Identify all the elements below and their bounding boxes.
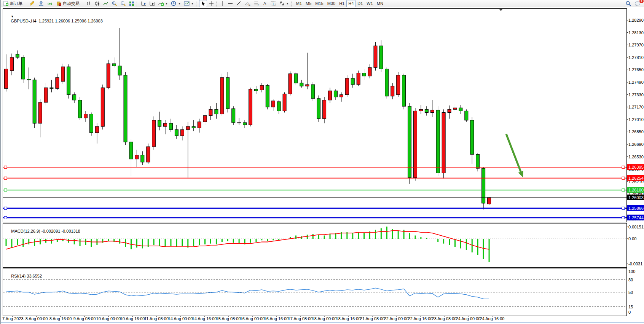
bar-chart-icon	[86, 1, 92, 6]
candle-chart-button[interactable]	[93, 0, 102, 7]
macd-axis-label: -0.0031	[628, 262, 642, 266]
candle-up	[203, 116, 207, 122]
timeframe-m5[interactable]: M5	[304, 0, 313, 7]
timeframe-w1[interactable]: W1	[365, 0, 375, 7]
styler-button[interactable]	[28, 0, 37, 7]
cursor-tool-button[interactable]	[199, 0, 207, 7]
new-order-button[interactable]: 新订单	[2, 0, 24, 7]
candle-down	[112, 64, 116, 66]
auto-trading-button[interactable]: 自动交易	[54, 0, 81, 7]
signals-button[interactable]	[46, 0, 54, 7]
date-label: 8 Aug 16:00	[49, 316, 72, 321]
candle-up	[186, 126, 190, 129]
date-label: 11 Aug 08:00	[144, 316, 169, 321]
rsi-axis-label: 100	[628, 269, 635, 274]
timeframe-m1[interactable]: M1	[294, 0, 304, 7]
candle-up	[430, 110, 434, 112]
templates-button[interactable]: ▼	[182, 0, 195, 7]
auto-scroll-button[interactable]	[140, 0, 148, 7]
candle-down	[33, 80, 36, 123]
svg-text:E: E	[249, 3, 250, 6]
candle-down	[16, 54, 19, 57]
crosshair-tool-button[interactable]	[207, 0, 215, 7]
community-button[interactable]	[37, 0, 46, 7]
line-handle[interactable]	[4, 189, 7, 192]
zoom-in-button[interactable]	[110, 0, 119, 7]
line-handle[interactable]	[622, 189, 625, 192]
candle-down	[465, 111, 468, 120]
timeframe-mn[interactable]: MN	[375, 0, 385, 7]
collapse-triangle-icon[interactable]: ▼	[11, 15, 14, 18]
notifications-button[interactable]: 1	[633, 0, 642, 7]
line-handle[interactable]	[622, 166, 625, 169]
timeframe-h4[interactable]: H4	[346, 0, 355, 7]
price-tick-label: 1.26690	[628, 142, 644, 147]
bar-chart-button[interactable]	[85, 0, 93, 7]
candle-down	[50, 88, 53, 88]
horizontal-line-icon	[228, 1, 233, 6]
timeframe-m15[interactable]: M15	[313, 0, 325, 7]
candle-up	[374, 46, 377, 67]
timeframe-h1[interactable]: H1	[337, 0, 346, 7]
line-handle[interactable]	[4, 166, 7, 169]
indicators-caret-icon: ▼	[165, 2, 168, 5]
candle-down	[27, 79, 30, 80]
chart-canvas[interactable]: 1.282901.281301.279701.278101.276501.274…	[1, 7, 644, 323]
channel-tool[interactable]: E	[243, 0, 252, 7]
candle-down	[482, 168, 485, 203]
candle-down	[175, 129, 178, 136]
date-label: 7 Aug 2023	[2, 316, 24, 321]
macd-axis-label: 0.00	[628, 236, 636, 241]
equidistant-channel-icon: E	[244, 1, 250, 6]
separator	[216, 1, 218, 6]
candle-up	[271, 101, 275, 107]
price-line-label: 1.25866	[628, 206, 644, 211]
zoom-out-button[interactable]	[119, 0, 128, 7]
rsi-axis-label: 80	[628, 278, 633, 282]
trendline-tool[interactable]	[234, 0, 243, 7]
candle-up	[357, 73, 360, 85]
line-handle[interactable]	[4, 177, 7, 179]
date-label: 16 Aug 00:00	[240, 316, 265, 321]
horizontal-line-tool[interactable]	[226, 0, 234, 7]
candle-down	[425, 109, 428, 112]
line-handle[interactable]	[4, 207, 7, 209]
timeframe-d1[interactable]: D1	[355, 0, 365, 7]
candle-down	[385, 69, 389, 96]
rsi-axis-label: 50	[628, 290, 633, 295]
line-handle[interactable]	[622, 216, 625, 219]
candle-down	[351, 78, 354, 85]
chart-shift-button[interactable]	[148, 0, 156, 7]
search-button[interactable]	[624, 0, 633, 7]
vertical-line-tool[interactable]	[219, 0, 226, 7]
indicators-button[interactable]: ▼	[156, 0, 169, 7]
candle-down	[300, 83, 303, 86]
candle-up	[164, 123, 167, 126]
candle-down	[78, 100, 82, 118]
horizontal-scrollbar[interactable]	[1, 322, 644, 323]
ohlc-values: 1.25921 1.26006 1.25906 1.26003	[39, 19, 103, 23]
macd-axis-label: 0.001511	[628, 225, 644, 229]
candle-down	[232, 109, 235, 123]
auto-scroll-icon	[141, 1, 147, 6]
line-chart-button[interactable]	[102, 0, 110, 7]
price-line-label: 1.26100	[628, 188, 644, 192]
date-label: 10 Aug 00:00	[96, 316, 121, 321]
line-handle[interactable]	[4, 216, 7, 219]
date-label: 23 Aug 08:00	[432, 316, 457, 321]
price-tick-label: 1.27810	[628, 55, 644, 60]
periods-button[interactable]: ▼	[169, 0, 182, 7]
fibonacci-tool[interactable]: F	[252, 0, 261, 7]
timeframe-m30[interactable]: M30	[325, 0, 337, 7]
separator	[137, 1, 139, 6]
text-label-tool[interactable]: T	[269, 0, 278, 7]
line-handle[interactable]	[622, 177, 625, 179]
line-handle[interactable]	[622, 207, 625, 209]
tile-windows-button[interactable]	[128, 0, 136, 7]
separator	[25, 1, 27, 6]
price-line-label: 1.26003	[628, 195, 644, 200]
date-label: 22 Aug 16:00	[408, 316, 433, 321]
text-tool[interactable]: A	[261, 0, 269, 7]
arrows-tool[interactable]: ▼	[278, 0, 290, 7]
crayon-icon	[29, 1, 35, 6]
